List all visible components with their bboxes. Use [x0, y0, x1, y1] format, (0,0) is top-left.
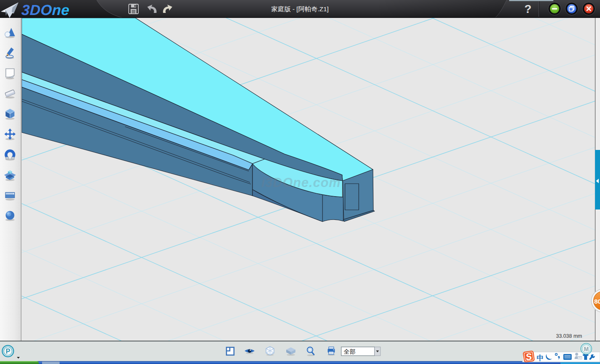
svg-text:P: P [6, 348, 10, 355]
svg-text:全部: 全部 [344, 348, 355, 355]
svg-text:?: ? [524, 2, 531, 15]
svg-text:80: 80 [594, 298, 600, 305]
svg-text:14: 14 [578, 356, 582, 360]
svg-text:中: 中 [537, 354, 544, 362]
svg-text:家庭版 - [阿帕奇.Z1]: 家庭版 - [阿帕奇.Z1] [271, 5, 329, 12]
svg-text:33.038 mm: 33.038 mm [556, 333, 582, 339]
svg-text:i3DOne.com: i3DOne.com [261, 175, 341, 190]
svg-text:M: M [584, 346, 589, 352]
svg-text:3DOne: 3DOne [21, 2, 70, 18]
